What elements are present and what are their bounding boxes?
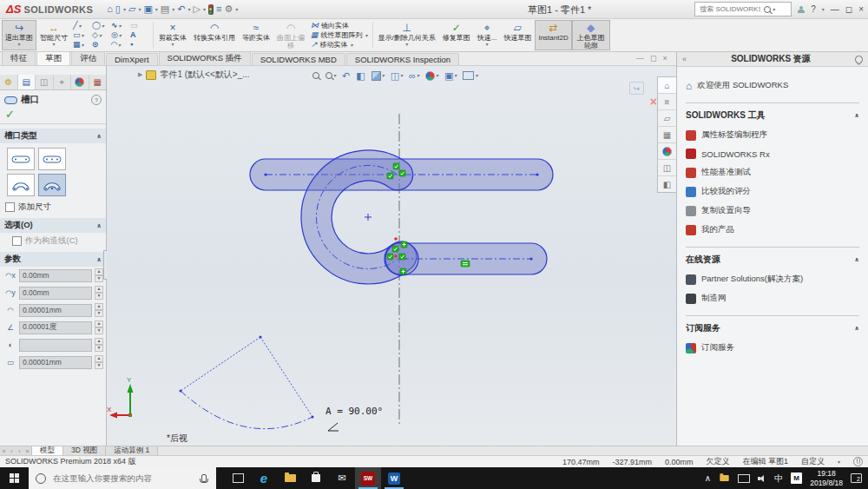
zoom-fit-icon[interactable] <box>312 72 319 79</box>
exit-sketch-corner-icon[interactable]: ↪ <box>629 82 644 95</box>
property-tab-builder-link[interactable]: 属性标签编制程序 <box>686 129 859 141</box>
welcome-link[interactable]: ⌂ 欢迎使用 SOLIDWORKS <box>686 80 859 91</box>
circle-caret-icon[interactable]: ▾ <box>102 23 104 29</box>
apply-scene-icon[interactable]: ▣▾ <box>444 71 457 81</box>
centerpoint-arc-slot-button[interactable] <box>38 174 66 196</box>
login-user-icon[interactable] <box>798 6 805 13</box>
minimize-button[interactable]: — <box>831 4 839 14</box>
new-caret-icon[interactable]: ▾ <box>123 7 126 12</box>
open-file-icon[interactable]: ▱ <box>128 4 135 14</box>
tab-addins[interactable]: SOLIDWORKS 插件 <box>159 51 251 65</box>
radius-spinner[interactable]: ▲▼ <box>95 303 103 317</box>
arc-param-input[interactable] <box>19 339 92 352</box>
sketch-point[interactable] <box>536 173 538 175</box>
parameters-collapse-icon[interactable]: ∧ <box>96 256 102 263</box>
last-sheet-button[interactable]: » <box>23 446 31 455</box>
subscription-collapse-icon[interactable]: ∧ <box>854 325 859 332</box>
hide-show-items-icon[interactable]: ∞▾ <box>409 71 419 81</box>
taskbar-search[interactable] <box>29 467 216 489</box>
width-spinner[interactable]: ▲▼ <box>95 355 103 369</box>
arc-caret-icon[interactable]: ▾ <box>118 43 121 48</box>
sketch-point[interactable] <box>529 257 532 260</box>
red-point[interactable] <box>394 237 398 241</box>
tab-sketch[interactable]: 草图 <box>36 51 70 65</box>
3d-views-tab[interactable]: 3D 视图 <box>63 446 106 455</box>
options-collapse-icon[interactable]: ∧ <box>96 222 102 229</box>
fillet-tool[interactable]: ▦▾ <box>73 41 92 49</box>
width-input[interactable]: 0.00001mm <box>19 356 92 369</box>
doc-restore-button[interactable]: ◻ <box>650 54 656 63</box>
center-x-spinner[interactable]: ▲▼ <box>95 268 103 282</box>
new-file-icon[interactable]: ▯ <box>115 4 121 14</box>
design-library-tab[interactable]: ≡ <box>658 94 676 110</box>
dimxpertmanager-tab[interactable]: ⌖ <box>54 75 72 89</box>
ellipse-tool[interactable]: ▭ <box>130 22 149 30</box>
exit-sketch-caret-icon[interactable]: ▾ <box>17 42 20 47</box>
spline-caret-icon[interactable]: ▾ <box>119 23 122 29</box>
print-icon[interactable]: ▤ <box>161 4 169 14</box>
save-caret-icon[interactable]: ▾ <box>155 7 158 12</box>
status-caret-icon[interactable]: ▾ <box>838 459 840 465</box>
print-caret-icon[interactable]: ▾ <box>172 7 174 12</box>
construction-line-row[interactable]: 作为构造线(C) <box>0 233 106 248</box>
circle-tool[interactable]: ◯▾ <box>92 22 111 30</box>
online-resources-collapse-icon[interactable]: ∧ <box>854 256 859 263</box>
slot-caret-icon[interactable]: ▾ <box>119 33 122 38</box>
start-button[interactable] <box>0 467 29 489</box>
tools-section-header[interactable]: SOLIDWORKS 工具 ∧ <box>686 102 859 122</box>
help-search-box[interactable]: ▾ <box>694 2 792 17</box>
copy-settings-link[interactable]: 复制设置向导 <box>686 205 859 216</box>
linear-pattern-button[interactable]: ▦线性草图阵列▾ <box>311 31 368 39</box>
custom-label[interactable]: 自定义 <box>801 456 825 467</box>
open-caret-icon[interactable]: ▾ <box>138 7 141 12</box>
flyout-arrow-icon[interactable]: ▶ <box>138 71 142 78</box>
arc-center-point[interactable] <box>365 214 372 221</box>
rapid-sketch-button[interactable]: ▱ 快速草图 <box>500 20 535 50</box>
rectangle-caret-icon[interactable]: ▾ <box>82 33 84 38</box>
language-indicator[interactable]: M <box>791 472 802 484</box>
center-y-input[interactable]: 0.00mm <box>19 287 92 300</box>
polygon-tool[interactable]: ◇▾ <box>92 31 111 39</box>
previous-view-icon[interactable]: ↶ <box>342 71 350 81</box>
slot-tool[interactable]: ◎▾ <box>111 31 130 39</box>
taskbar-clock[interactable]: 19:18 2019/8/18 <box>810 469 843 487</box>
pin-icon[interactable] <box>853 54 865 65</box>
subscription-services-link[interactable]: 订阅服务 <box>686 342 859 354</box>
task-view-button[interactable] <box>225 467 251 489</box>
display-style-icon[interactable]: ◫▾ <box>391 71 403 81</box>
close-button[interactable]: × <box>858 4 864 14</box>
angle-spinner[interactable]: ▲▼ <box>95 320 103 334</box>
tray-folder-icon[interactable] <box>720 475 728 481</box>
add-dimension-row[interactable]: 添加尺寸 <box>0 199 106 214</box>
tools-collapse-icon[interactable]: ∧ <box>854 112 859 119</box>
parameters-section-header[interactable]: 参数 ∧ <box>0 252 106 267</box>
file-explorer-tab[interactable]: ▱ <box>658 110 676 127</box>
centerpoint-slot-button[interactable] <box>38 148 66 170</box>
partner-solutions-link[interactable]: Partner Solutions(解决方案) <box>686 274 859 285</box>
mirror-entities-button[interactable]: ⋈镜向实体 <box>311 22 368 30</box>
manufacturing-network-link[interactable]: 制造网 <box>686 293 859 304</box>
tray-expand-icon[interactable]: ∧ <box>705 473 711 483</box>
repair-sketch-button[interactable]: ✓ 修复草图 <box>439 20 474 50</box>
propertymanager-tab[interactable]: ▤ <box>18 75 36 89</box>
tray-display-icon[interactable] <box>738 474 750 483</box>
taskbar-search-input[interactable] <box>51 472 196 484</box>
graphics-area[interactable]: A = 90.00° Y X ▶ 零件1 (默认<<默认>_... ▾ ↶ ◧ <box>107 66 676 446</box>
my-products-link[interactable]: 我的产品 <box>686 224 859 235</box>
options-section-header[interactable]: 选项(O) ∧ <box>0 218 106 233</box>
doc-minimize-button[interactable]: — <box>636 54 644 63</box>
cam-tab[interactable]: ▦ <box>89 75 107 89</box>
relations-caret-icon[interactable]: ▾ <box>405 42 408 47</box>
feature-tree-header[interactable]: ▶ 零件1 (默认<<默认>_... <box>138 69 249 81</box>
panel-help-icon[interactable]: ? <box>91 95 102 105</box>
view-settings-icon[interactable]: ▾ <box>463 71 477 80</box>
select-caret-icon[interactable]: ▾ <box>203 7 206 12</box>
edit-appearance-icon[interactable]: ▾ <box>425 71 438 81</box>
notification-center-icon[interactable]: 2 <box>851 473 862 483</box>
offset-entities-button[interactable]: ≈ 等距实体 <box>239 20 273 50</box>
model-tab[interactable]: 模型 <box>32 446 63 455</box>
tab-inspection[interactable]: SOLIDWORKS Inspection <box>346 53 459 65</box>
online-resources-section-header[interactable]: 在线资源 ∧ <box>686 247 859 266</box>
search-caret-icon[interactable]: ▾ <box>773 7 775 12</box>
file-properties-icon[interactable]: ≡ <box>216 4 221 14</box>
